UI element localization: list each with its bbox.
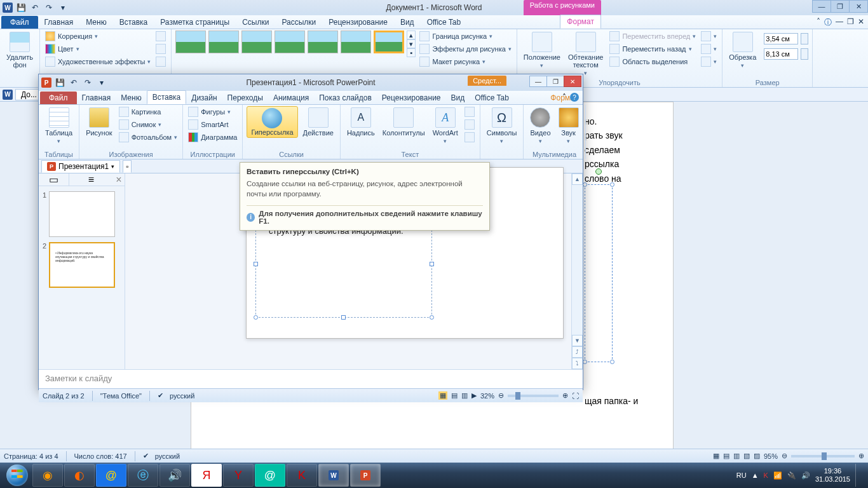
- style-thumb-2[interactable]: [208, 30, 239, 53]
- status-theme[interactable]: "Тема Office": [100, 392, 142, 400]
- tab-insert[interactable]: Вставка: [113, 16, 154, 29]
- chart-button[interactable]: Диаграмма: [187, 132, 238, 143]
- view-web-icon[interactable]: ▥: [733, 452, 740, 460]
- view-reading-icon[interactable]: ▥: [461, 391, 468, 400]
- zoom-in-button[interactable]: ⊕: [562, 391, 568, 400]
- action-button[interactable]: Действие: [301, 106, 336, 138]
- tab-file[interactable]: Файл: [1, 16, 38, 29]
- bring-forward-button[interactable]: Переместить вперед: [608, 30, 697, 42]
- taskbar-app-3[interactable]: @: [96, 464, 126, 487]
- status-word-count[interactable]: Число слов: 417: [74, 452, 127, 460]
- doc-close-icon[interactable]: ✕: [858, 17, 864, 28]
- status-language[interactable]: русский: [170, 392, 194, 400]
- tab-design[interactable]: Дизайн: [186, 92, 222, 104]
- undo-icon[interactable]: ↶: [29, 2, 41, 13]
- doc-minimize-icon[interactable]: —: [836, 17, 843, 28]
- resize-handle[interactable]: [583, 360, 587, 364]
- tab-home[interactable]: Главная: [38, 16, 80, 29]
- remove-bg-button[interactable]: Удалить фон: [4, 30, 36, 70]
- position-button[interactable]: Положение: [521, 30, 563, 70]
- view-sorter-icon[interactable]: ▤: [451, 391, 458, 400]
- tab-view[interactable]: Вид: [446, 92, 470, 104]
- save-icon[interactable]: 💾: [15, 2, 27, 13]
- crop-button[interactable]: Обрезка: [726, 30, 759, 70]
- audio-button[interactable]: Звук: [556, 106, 581, 146]
- tray-volume-icon[interactable]: 🔊: [801, 471, 810, 480]
- zoom-slider[interactable]: [508, 395, 559, 397]
- tab-menu[interactable]: Меню: [116, 92, 146, 104]
- prev-slide-icon[interactable]: ⤴: [572, 346, 583, 358]
- slides-tab[interactable]: ▭: [39, 173, 69, 186]
- width-field[interactable]: [761, 48, 808, 60]
- view-slideshow-icon[interactable]: ▶: [471, 391, 477, 400]
- close-button[interactable]: ✕: [564, 76, 581, 87]
- smartart-button[interactable]: SmartArt: [187, 119, 238, 130]
- qat-customize-icon[interactable]: ▾: [96, 77, 107, 88]
- gallery-up-icon[interactable]: ▴: [407, 30, 416, 39]
- tab-menu[interactable]: Меню: [79, 16, 112, 29]
- tray-flag-icon[interactable]: ▲: [752, 471, 759, 479]
- tab-view[interactable]: Вид: [394, 16, 421, 29]
- picture-button[interactable]: Рисунок: [83, 106, 115, 138]
- tray-lang[interactable]: RU: [736, 471, 747, 479]
- style-thumb-5[interactable]: [308, 30, 338, 53]
- tab-insert[interactable]: Вставка: [147, 90, 187, 104]
- tray-power-icon[interactable]: 🔌: [787, 471, 796, 480]
- close-panel-icon[interactable]: ×: [113, 174, 125, 186]
- resize-handle[interactable]: [610, 182, 614, 187]
- word-image-selection[interactable]: [585, 184, 613, 362]
- taskbar-ie[interactable]: ⓔ: [128, 464, 158, 487]
- pp-vscrollbar[interactable]: ▲ ▼ ⤴ ⤵: [571, 173, 583, 369]
- tray-clock[interactable]: 19:36 31.03.2015: [815, 467, 850, 484]
- color-button[interactable]: Цвет: [44, 43, 152, 55]
- resize-handle[interactable]: [254, 315, 258, 320]
- style-thumb-6[interactable]: [341, 30, 371, 53]
- tab-slideshow[interactable]: Показ слайдов: [314, 92, 377, 104]
- picture-layout-button[interactable]: Макет рисунка: [418, 56, 512, 67]
- tab-mailings[interactable]: Рассылки: [275, 16, 322, 29]
- tab-home[interactable]: Главная: [77, 92, 116, 104]
- table-button[interactable]: Таблица: [43, 106, 75, 146]
- style-thumb-4[interactable]: [275, 30, 305, 53]
- scroll-up-icon[interactable]: ▲: [572, 173, 583, 185]
- tab-review[interactable]: Рецензирование: [322, 16, 394, 29]
- zoom-percent[interactable]: 32%: [480, 392, 494, 400]
- resize-handle[interactable]: [254, 262, 258, 266]
- view-read-icon[interactable]: ▤: [723, 452, 729, 460]
- qat-customize-icon[interactable]: ▾: [57, 2, 69, 13]
- zoom-percent[interactable]: 95%: [764, 452, 778, 460]
- photo-album-button[interactable]: Фотоальбом: [118, 132, 179, 143]
- taskbar-word[interactable]: W: [318, 464, 349, 487]
- taskbar-yandex-browser[interactable]: Y: [223, 464, 254, 487]
- view-normal-icon[interactable]: ▦: [438, 391, 447, 400]
- next-slide-icon[interactable]: ⤵: [572, 358, 583, 369]
- rotate-handle-icon[interactable]: [595, 168, 602, 175]
- picture-border-button[interactable]: Граница рисунка: [418, 30, 512, 42]
- tab-review[interactable]: Рецензирование: [377, 92, 446, 104]
- tab-format[interactable]: Формат: [560, 15, 601, 29]
- style-thumb-3[interactable]: [241, 30, 272, 53]
- tray-kaspersky-icon[interactable]: K: [764, 471, 768, 479]
- corrections-button[interactable]: Коррекция: [44, 30, 152, 42]
- header-footer-button[interactable]: Колонтитулы: [380, 106, 428, 138]
- clipart-button[interactable]: Картинка: [118, 106, 179, 118]
- compress-button[interactable]: [154, 30, 167, 42]
- taskbar-powerpoint[interactable]: P: [350, 464, 381, 487]
- status-slide[interactable]: Слайд 2 из 2: [43, 392, 85, 400]
- fit-window-icon[interactable]: ⛶: [572, 392, 579, 400]
- minimize-button[interactable]: —: [529, 76, 547, 87]
- start-button[interactable]: [3, 464, 32, 487]
- scroll-down-icon[interactable]: ▼: [572, 335, 583, 346]
- resize-handle[interactable]: [341, 315, 346, 320]
- tab-page-layout[interactable]: Разметка страницы: [154, 16, 236, 29]
- resize-handle[interactable]: [583, 182, 587, 187]
- slide-thumb-1[interactable]: 1: [43, 191, 121, 237]
- selection-pane-button[interactable]: Область выделения: [608, 56, 697, 67]
- redo-icon[interactable]: ↷: [82, 77, 93, 88]
- view-print-icon[interactable]: ▦: [713, 452, 719, 460]
- pp-titlebar[interactable]: P 💾 ↶ ↷ ▾ Презентация1 - Microsoft Power…: [39, 74, 583, 91]
- save-icon[interactable]: 💾: [54, 77, 65, 88]
- outline-tab[interactable]: ≡: [69, 174, 113, 186]
- resize-handle[interactable]: [610, 360, 614, 364]
- date-time-button[interactable]: [463, 106, 476, 118]
